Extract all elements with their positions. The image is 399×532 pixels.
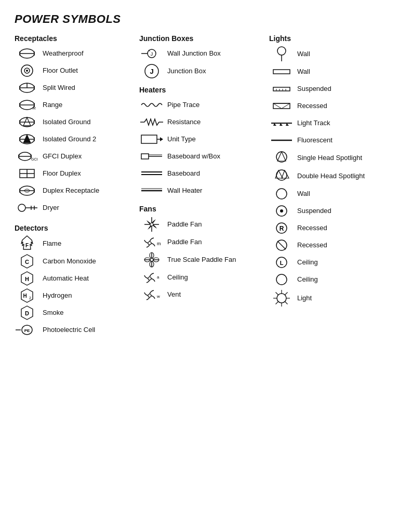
recessed-light1-icon [269, 101, 294, 111]
list-item: Split Wired [15, 80, 139, 96]
section-detectors-heading: Detectors [15, 224, 139, 232]
svg-text:J: J [150, 68, 153, 75]
vent-fan-icon: w [139, 288, 164, 301]
svg-line-120 [277, 241, 286, 249]
automatic-heat-detector-icon: H [15, 271, 39, 286]
svg-marker-110 [277, 152, 286, 161]
section-lights-heading: Lights [269, 34, 389, 43]
svg-text:a: a [157, 275, 159, 280]
svg-text:w: w [156, 294, 160, 299]
ceiling-light1-icon: L [269, 256, 294, 269]
unit-type-icon [139, 133, 164, 145]
list-item: Duplex Receptacle [15, 183, 139, 198]
range-icon: R [15, 99, 39, 111]
svg-point-84 [150, 258, 153, 261]
list-item: Wall [269, 46, 389, 62]
list-item: Floor Outlet [15, 63, 139, 78]
paddle-fan1-icon [139, 216, 164, 233]
list-item: J Wall Junction Box [139, 46, 269, 61]
pipe-trace-icon [139, 100, 164, 110]
svg-line-131 [285, 292, 288, 295]
recessed-light2-icon: R [269, 221, 294, 235]
list-item: Suspended [269, 81, 389, 97]
weatherproof-icon [15, 48, 39, 59]
list-item: Single Head Spotlight [269, 150, 389, 166]
list-item: H 2 Hydrogen [15, 288, 139, 303]
true-scale-paddle-fan-icon [139, 251, 164, 268]
suspended-light2-icon [269, 204, 294, 218]
photoelectric-cell-icon: PE [15, 324, 39, 336]
flame-detector-icon: F [15, 235, 39, 252]
ceiling-fan-icon: a [139, 271, 164, 284]
list-item: Wall Heater [139, 183, 269, 198]
svg-rect-70 [141, 154, 149, 159]
svg-text:m: m [157, 241, 161, 246]
list-item: L Ceiling [269, 255, 389, 270]
wall-junction-box-icon: J [139, 47, 164, 60]
list-item: True Scale Paddle Fan [139, 251, 269, 268]
list-item: F Flame [15, 235, 139, 252]
list-item: Dryer [15, 200, 139, 216]
page-title: POWER SYMBOLS [15, 12, 384, 26]
list-item: PE Photoelectric Cell [15, 322, 139, 338]
list-item: R Range [15, 97, 139, 113]
list-item: J Junction Box [139, 63, 269, 79]
svg-point-114 [276, 189, 287, 199]
list-item: Fluorescent [269, 132, 389, 148]
svg-marker-21 [23, 117, 31, 126]
list-item: Baseboard w/Box [139, 149, 269, 164]
wall-light3-icon [269, 187, 294, 201]
recessed-light3-icon [269, 238, 294, 252]
svg-point-40 [18, 204, 25, 211]
svg-point-93 [148, 277, 151, 280]
svg-rect-99 [273, 70, 290, 74]
wall-heater-icon [139, 187, 164, 195]
svg-marker-69 [160, 137, 163, 141]
junction-box-icon: J [139, 63, 164, 79]
smoke-detector-icon: D [15, 305, 39, 321]
resistance-icon [139, 117, 164, 127]
list-item: Recessed [269, 98, 389, 114]
svg-point-77 [150, 223, 153, 226]
list-item: Isolated Ground 2 [15, 131, 139, 147]
svg-point-6 [26, 70, 28, 72]
list-item: Isolated Ground [15, 114, 139, 130]
svg-text:R: R [33, 106, 36, 111]
baseboard-icon [139, 169, 164, 178]
section-heaters-heading: Heaters [139, 86, 269, 94]
svg-text:PE: PE [24, 328, 30, 333]
list-item: Light Track [269, 115, 389, 131]
list-item: Baseboard [139, 166, 269, 181]
list-item: Weatherproof [15, 46, 139, 61]
ceiling-light2-icon [269, 273, 294, 286]
list-item: w Vent [139, 287, 269, 302]
svg-marker-113 [282, 170, 289, 178]
paddle-fan2-icon: m [139, 236, 164, 248]
svg-marker-106 [273, 103, 290, 109]
gfci-duplex-icon: GCI [15, 151, 39, 162]
svg-rect-67 [141, 135, 157, 143]
svg-rect-100 [273, 87, 290, 91]
section-junction-heading: Junction Boxes [139, 34, 269, 43]
list-item: GCI GFCI Duplex [15, 149, 139, 164]
list-item: Recessed [269, 237, 389, 253]
list-item: Wall [269, 64, 389, 79]
list-item: Unit Type [139, 131, 269, 147]
list-item: Double Head Spotlight [269, 168, 389, 184]
svg-text:H: H [23, 293, 26, 299]
light-track-icon [269, 118, 294, 128]
hydrogen-detector-icon: H 2 [15, 288, 39, 303]
wall-light1-icon [269, 46, 294, 62]
svg-text:2: 2 [29, 296, 31, 300]
list-item: R Recessed [269, 220, 389, 236]
svg-point-82 [148, 242, 151, 245]
svg-line-129 [276, 292, 278, 295]
baseboard-box-icon [139, 150, 164, 163]
duplex-receptacle-icon [15, 185, 39, 196]
svg-point-123 [276, 274, 287, 285]
isolated-ground-icon [15, 115, 39, 129]
dryer-icon [15, 203, 39, 212]
svg-text:C: C [25, 259, 29, 265]
suspended-light-icon [269, 84, 294, 94]
list-item: H Automatic Heat [15, 271, 139, 286]
